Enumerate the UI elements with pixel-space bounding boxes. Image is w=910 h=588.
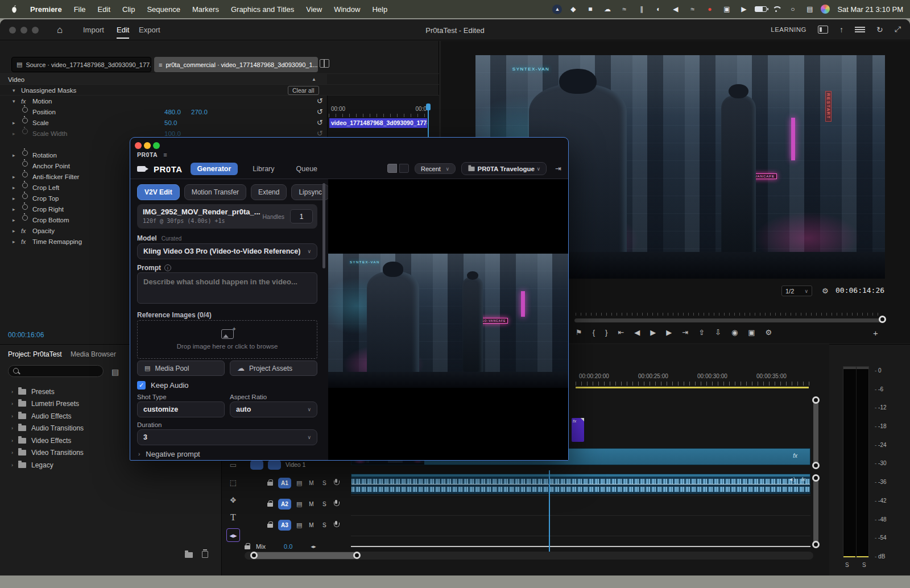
chevron-right-icon[interactable]: ›	[11, 401, 13, 407]
workspace-label[interactable]: LEARNING	[771, 26, 806, 33]
hscroll-knob-right[interactable]	[353, 552, 361, 559]
menu-item[interactable]: Markers	[192, 5, 219, 14]
menu-item[interactable]: Edit	[98, 5, 110, 14]
mix-label[interactable]: Mix	[256, 543, 266, 550]
timeline-playhead[interactable]	[549, 470, 550, 553]
negative-prompt-toggle[interactable]: Negative prompt	[146, 450, 200, 458]
timeline-vscroll-audio[interactable]	[813, 476, 818, 544]
chevron-icon[interactable]: ▸	[13, 228, 21, 234]
sequence-clip-tab[interactable]: ≡ pr0ta_commercial · video_1771487968_3d…	[154, 57, 318, 72]
pause-status-icon[interactable]: ∥	[635, 4, 647, 14]
chevron-right-icon[interactable]: ›	[11, 438, 13, 444]
solo-button[interactable]: S	[320, 501, 328, 507]
record-status-icon[interactable]: ●	[704, 4, 715, 14]
reset-icon[interactable]: ↺	[317, 107, 323, 116]
mic-icon[interactable]	[333, 500, 339, 508]
extract-button[interactable]: ⇩	[715, 328, 721, 337]
vpn-status-icon[interactable]: ≈	[686, 4, 698, 14]
comparison-view-button[interactable]: ▣	[748, 328, 755, 337]
plugin-menu-icon[interactable]: ≡	[163, 151, 167, 158]
mode-v2v-edit[interactable]: V2V Edit	[137, 184, 180, 200]
source-clip-tab[interactable]: ▤ Source · video_1771487968_3d093090_177…	[11, 57, 151, 72]
program-scrubber[interactable]	[574, 318, 882, 322]
battery-status-icon[interactable]	[755, 6, 767, 12]
lock-icon[interactable]	[245, 543, 250, 550]
effect-value-x[interactable]: 100.0	[164, 130, 181, 137]
mark-in-button[interactable]: {	[593, 328, 595, 337]
export-frame-button[interactable]: ◉	[731, 328, 738, 337]
keyframe-navigator-icon[interactable]: ◂▸	[311, 544, 316, 549]
zoom-plugin-button[interactable]	[153, 142, 160, 149]
minimize-plugin-button[interactable]	[144, 142, 151, 149]
effects-playhead-handle[interactable]	[426, 103, 431, 110]
handles-input[interactable]	[290, 209, 313, 223]
chevron-down-icon[interactable]: ▾	[13, 88, 21, 93]
video-section-row[interactable]: Video ▲	[0, 74, 327, 85]
source-patch-v1[interactable]	[250, 460, 263, 470]
patch-icon[interactable]: ▤	[296, 479, 302, 487]
chevron-icon[interactable]: ▸	[13, 174, 21, 180]
quick-export-icon[interactable]: ↻	[876, 25, 883, 34]
effect-row[interactable]: Position 480.0 270.0 ↺	[0, 106, 327, 117]
toggles-status-icon[interactable]: ▤	[804, 4, 816, 14]
mix-automation-line[interactable]	[351, 546, 810, 547]
solo-button[interactable]: S	[320, 522, 328, 528]
tab-media-browser[interactable]: Media Browser	[71, 350, 116, 358]
work-area-bar[interactable]	[576, 387, 809, 388]
recent-dropdown[interactable]: Recent ∨	[415, 163, 456, 174]
plugin-scrollbar[interactable]	[322, 183, 325, 268]
chevron-right-icon[interactable]: ›	[11, 413, 13, 419]
mode-motion-transfer[interactable]: Motion Transfer	[184, 184, 246, 200]
step-forward-button[interactable]: ▶	[666, 328, 672, 337]
timeline-clip-graphics[interactable]: fx	[572, 418, 584, 442]
timeline-vscroll-video[interactable]	[813, 398, 818, 466]
plugin-tab-generator[interactable]: Generator	[191, 163, 238, 175]
project-assets-button[interactable]: ☁ Project Assets	[230, 361, 317, 376]
go-to-in-button[interactable]: ⇤	[618, 328, 624, 337]
info-icon[interactable]: i	[164, 264, 171, 271]
scrubber-knob[interactable]	[879, 316, 886, 323]
type-tool-icon[interactable]: T	[226, 511, 240, 524]
windows-stack-status-icon[interactable]: ▣	[721, 4, 733, 14]
open-external-icon[interactable]: ⇥	[555, 164, 561, 173]
image-dropzone[interactable]: + Drop image here or click to browse	[137, 320, 317, 359]
mode-extend[interactable]: Extend	[251, 184, 287, 200]
effect-value-x[interactable]: 50.0	[164, 119, 177, 126]
shield-status-icon[interactable]: ◆	[567, 4, 579, 14]
menu-item[interactable]: View	[306, 5, 322, 14]
track-badge[interactable]: A1	[278, 478, 291, 488]
mix-value[interactable]: 0.0	[284, 543, 292, 550]
track-select-tool-icon[interactable]: ⬚	[226, 475, 240, 489]
lock-icon[interactable]	[267, 479, 273, 486]
mark-out-button[interactable]: }	[605, 328, 607, 337]
workspaces-icon[interactable]	[855, 26, 865, 33]
chevron-icon[interactable]: ▸	[13, 152, 21, 158]
menu-item[interactable]: Graphics and Titles	[231, 5, 294, 14]
plugin-tab-library[interactable]: Library	[246, 163, 281, 175]
remix-tool-icon[interactable]: ◂▸	[226, 528, 240, 542]
collapse-icon[interactable]: ▲	[312, 77, 316, 82]
media-browser-icon[interactable]: ▤	[111, 367, 119, 376]
cloud-upload-status-icon[interactable]: ☁	[601, 4, 613, 14]
lift-button[interactable]: ⇧	[698, 328, 705, 337]
patch-icon[interactable]: ▤	[296, 500, 302, 508]
project-folder-row[interactable]: › Legacy	[0, 459, 222, 471]
list-view-icon[interactable]	[399, 164, 409, 173]
menu-item[interactable]: Sequence	[147, 5, 180, 14]
track-target-v1[interactable]	[268, 460, 281, 470]
tab-project[interactable]: Project: Pr0taTest	[8, 350, 62, 358]
vscroll-knob[interactable]	[812, 396, 820, 404]
shot-type-input[interactable]	[137, 401, 225, 417]
compass-status-icon[interactable]: ▲	[552, 5, 562, 14]
menubar-clock[interactable]: Sat Mar 21 3:10 PM	[837, 5, 903, 14]
vscroll-knob[interactable]	[812, 541, 820, 548]
ruler-ticks[interactable]	[576, 382, 810, 386]
unassigned-masks-row[interactable]: ▾ Unassigned Masks Clear all	[0, 85, 327, 96]
stopwatch-icon[interactable]: fx	[21, 238, 32, 245]
mute-button[interactable]: M	[307, 480, 315, 486]
settings-wrench-icon[interactable]: ⚙	[822, 287, 829, 295]
aspect-ratio-dropdown[interactable]: auto ∨	[230, 401, 317, 417]
split-view-icon[interactable]	[387, 164, 397, 173]
wifi-status-icon[interactable]	[772, 5, 781, 13]
add-button[interactable]: +	[873, 328, 878, 338]
